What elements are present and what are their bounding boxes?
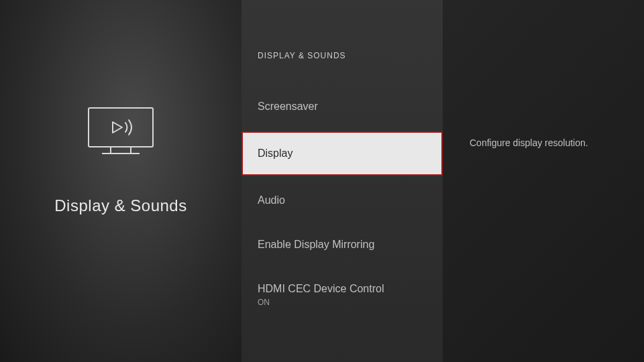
- menu-item-label: Screensaver: [258, 101, 318, 112]
- menu-item-label: Display: [258, 147, 292, 159]
- menu-panel: DISPLAY & SOUNDS Screensaver Display Aud…: [241, 0, 443, 362]
- category-panel: Display & Sounds: [0, 0, 241, 362]
- menu-item-label: HDMI CEC Device Control: [258, 283, 384, 294]
- menu-item-screensaver[interactable]: Screensaver: [241, 87, 443, 126]
- menu-item-audio[interactable]: Audio: [241, 181, 443, 220]
- menu-item-enable-display-mirroring[interactable]: Enable Display Mirroring: [241, 225, 443, 264]
- menu-item-label: Audio: [258, 194, 285, 206]
- menu-item-sub-value: ON: [258, 298, 427, 307]
- category-title: Display & Sounds: [54, 196, 186, 215]
- detail-panel: Configure display resolution.: [443, 0, 644, 362]
- menu-item-display[interactable]: Display: [241, 131, 443, 176]
- menu-item-label: Enable Display Mirroring: [258, 239, 374, 250]
- section-header: DISPLAY & SOUNDS: [241, 51, 443, 87]
- display-sounds-icon: [87, 107, 154, 163]
- menu-item-hdmi-cec[interactable]: HDMI CEC Device Control ON: [241, 269, 443, 320]
- detail-description: Configure display resolution.: [470, 137, 631, 148]
